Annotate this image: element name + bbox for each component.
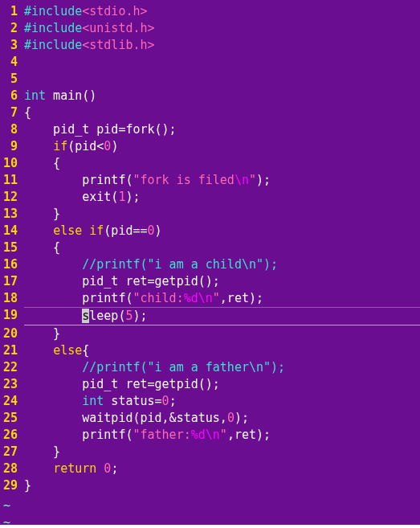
code-content[interactable]: #include<stdio.h>	[24, 3, 420, 20]
token: main()	[46, 88, 96, 103]
token: <unistd.h>	[82, 21, 154, 35]
code-content[interactable]: pid_t ret=getpid();	[24, 376, 420, 393]
token: printf(	[24, 291, 133, 305]
token: \n	[198, 291, 213, 305]
code-line[interactable]: 8 pid_t pid=fork();	[0, 121, 420, 138]
token	[24, 309, 82, 323]
token: "child:	[133, 291, 183, 305]
code-line[interactable]: 13 }	[0, 206, 420, 223]
code-line[interactable]: 17 pid_t ret=getpid();	[0, 273, 420, 290]
code-content[interactable]: {	[24, 239, 420, 256]
line-number: 24	[0, 393, 24, 410]
code-line[interactable]: 27 }	[0, 444, 420, 460]
code-content[interactable]: if(pid<0)	[24, 138, 420, 155]
code-content[interactable]: pid_t pid=fork();	[24, 121, 420, 138]
code-content[interactable]: printf("father:%d\n",ret);	[24, 427, 420, 444]
code-line[interactable]: 16 //printf("i am a child\n");	[0, 256, 420, 273]
code-line[interactable]: 26 printf("father:%d\n",ret);	[0, 427, 420, 444]
code-content[interactable]	[24, 71, 420, 88]
code-line[interactable]: 21 else{	[0, 342, 420, 359]
token: pid_t ret=getpid();	[24, 274, 220, 289]
code-line[interactable]: 25 waitpid(pid,&status,0);	[0, 410, 420, 427]
line-number: 10	[0, 155, 24, 172]
code-line[interactable]: 9 if(pid<0)	[0, 138, 420, 155]
token: ,ret);	[227, 428, 271, 442]
code-content[interactable]: #include<stdlib.h>	[24, 37, 420, 54]
code-content[interactable]: //printf("i am a child\n");	[24, 256, 420, 273]
empty-line-tilde: ~	[0, 497, 420, 514]
code-content[interactable]: else if(pid==0)	[24, 223, 420, 239]
code-content[interactable]: int status=0;	[24, 393, 420, 410]
code-line[interactable]: 22 //printf("i am a father\n");	[0, 359, 420, 376]
code-content[interactable]: #include<unistd.h>	[24, 20, 420, 37]
code-line[interactable]: 15 {	[0, 239, 420, 256]
token: "fork is filed	[133, 173, 234, 187]
status-bar	[0, 525, 420, 528]
code-line[interactable]: 6int main()	[0, 88, 420, 104]
token: pid_t pid=fork();	[24, 122, 177, 137]
code-content[interactable]: }	[24, 477, 420, 494]
code-line[interactable]: 11 printf("fork is filed\n");	[0, 172, 420, 189]
line-number: 2	[0, 20, 24, 37]
line-number: 12	[0, 189, 24, 206]
token: );	[234, 411, 249, 425]
code-content[interactable]: }	[24, 444, 420, 460]
code-line[interactable]: 4	[0, 54, 420, 71]
code-line[interactable]: 14 else if(pid==0)	[0, 223, 420, 239]
line-number: 22	[0, 359, 24, 376]
code-line[interactable]: 18 printf("child:%d\n",ret);	[0, 290, 420, 307]
code-content[interactable]: waitpid(pid,&status,0);	[24, 410, 420, 427]
code-content[interactable]: return 0;	[24, 460, 420, 477]
token: %d	[191, 428, 206, 442]
code-line[interactable]: 3#include<stdlib.h>	[0, 37, 420, 54]
code-content[interactable]: printf("child:%d\n",ret);	[24, 290, 420, 307]
code-content[interactable]	[24, 54, 420, 71]
token: exit(	[24, 190, 118, 204]
token: ;	[169, 394, 177, 408]
code-content[interactable]: exit(1);	[24, 189, 420, 206]
line-number: 21	[0, 342, 24, 359]
token: {	[82, 343, 89, 358]
code-content[interactable]: }	[24, 206, 420, 223]
code-content[interactable]: {	[24, 155, 420, 172]
code-line[interactable]: 2#include<unistd.h>	[0, 20, 420, 37]
token: "father:	[133, 428, 190, 442]
code-line[interactable]: 7{	[0, 104, 420, 121]
token: );	[256, 173, 271, 187]
code-content[interactable]: {	[24, 104, 420, 121]
line-number: 16	[0, 256, 24, 273]
token	[24, 223, 53, 238]
code-line[interactable]: 5	[0, 71, 420, 88]
code-line[interactable]: 19 sleep(5);	[0, 307, 420, 325]
token	[24, 461, 53, 476]
token: 0	[227, 411, 234, 425]
code-content[interactable]: printf("fork is filed\n");	[24, 172, 420, 189]
token: waitpid(pid,&status,	[24, 411, 227, 425]
code-line[interactable]: 1#include<stdio.h>	[0, 3, 420, 20]
token: //printf("i am a child\n");	[82, 257, 278, 272]
code-content[interactable]: pid_t ret=getpid();	[24, 273, 420, 290]
line-number: 11	[0, 172, 24, 189]
code-line[interactable]: 29}	[0, 477, 420, 494]
code-line[interactable]: 10 {	[0, 155, 420, 172]
code-content[interactable]: int main()	[24, 88, 420, 104]
code-line[interactable]: 24 int status=0;	[0, 393, 420, 410]
line-number: 14	[0, 223, 24, 239]
code-line[interactable]: 28 return 0;	[0, 460, 420, 477]
code-line[interactable]: 23 pid_t ret=getpid();	[0, 376, 420, 393]
line-number: 19	[0, 307, 24, 325]
code-line[interactable]: 12 exit(1);	[0, 189, 420, 206]
code-content[interactable]: //printf("i am a father\n");	[24, 359, 420, 376]
token: {	[24, 240, 60, 255]
code-line[interactable]: 20 }	[0, 325, 420, 342]
line-number: 5	[0, 71, 24, 88]
code-content[interactable]: }	[24, 325, 420, 342]
code-editor[interactable]: 1#include<stdio.h>2#include<unistd.h>3#i…	[0, 0, 420, 497]
code-content[interactable]: sleep(5);	[24, 307, 420, 325]
code-content[interactable]: else{	[24, 342, 420, 359]
token: }	[24, 444, 60, 459]
token: #include	[24, 38, 82, 52]
line-number: 9	[0, 138, 24, 155]
token: <stdio.h>	[82, 4, 147, 18]
token: (pid<	[67, 139, 104, 153]
